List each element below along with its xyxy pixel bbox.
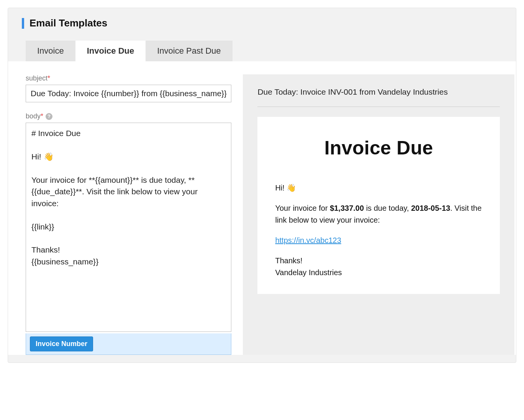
preview-body: Invoice Due Hi! 👋 Your invoice for $1,33…: [257, 117, 500, 294]
token-toolbar: Invoice Number: [26, 333, 231, 355]
preview-business-name: Vandelay Industries: [275, 268, 342, 277]
preview-subject: Due Today: Invoice INV-001 from Vandelay…: [257, 87, 500, 107]
preview-link-row: https://in.vc/abc123: [275, 235, 482, 246]
preview-column: Due Today: Invoice INV-001 from Vandelay…: [243, 74, 514, 355]
preview-link[interactable]: https://in.vc/abc123: [275, 236, 341, 244]
preview-amount: $1,337.00: [330, 204, 364, 212]
insert-invoice-number-button[interactable]: Invoice Number: [30, 336, 93, 351]
required-marker: *: [41, 112, 43, 120]
body-label: body*: [26, 112, 43, 120]
body-textarea[interactable]: [26, 123, 231, 332]
subject-label-text: subject: [26, 74, 47, 82]
email-templates-panel: Email Templates Invoice Invoice Due Invo…: [8, 8, 516, 363]
preview-signoff: Thanks! Vandelay Industries: [275, 255, 482, 279]
preview-heading: Invoice Due: [275, 137, 482, 159]
preview-main-line: Your invoice for $1,337.00 is due today,…: [275, 202, 482, 226]
preview-thanks: Thanks!: [275, 256, 302, 265]
required-marker: *: [47, 74, 50, 82]
preview-line-mid: is due today,: [364, 204, 411, 212]
header-accent-bar: [22, 18, 24, 29]
tab-invoice[interactable]: Invoice: [26, 41, 75, 61]
content-row: subject* body* ? Invoice Number Due Toda…: [8, 61, 516, 355]
panel-header: Email Templates: [8, 8, 516, 33]
tab-invoice-past-due[interactable]: Invoice Past Due: [146, 41, 232, 61]
editor-column: subject* body* ? Invoice Number: [8, 74, 231, 355]
body-label-text: body: [26, 112, 41, 120]
tab-invoice-due[interactable]: Invoice Due: [75, 41, 146, 61]
subject-label: subject*: [26, 74, 231, 82]
preview-due-date: 2018-05-13: [411, 204, 450, 212]
subject-input[interactable]: [26, 85, 231, 102]
page-title: Email Templates: [29, 17, 107, 29]
preview-greeting: Hi! 👋: [275, 182, 482, 194]
body-label-row: body* ?: [26, 112, 231, 120]
help-icon[interactable]: ?: [46, 113, 52, 120]
tabs-row: Invoice Invoice Due Invoice Past Due: [8, 33, 516, 61]
preview-line-prefix: Your invoice for: [275, 204, 330, 212]
